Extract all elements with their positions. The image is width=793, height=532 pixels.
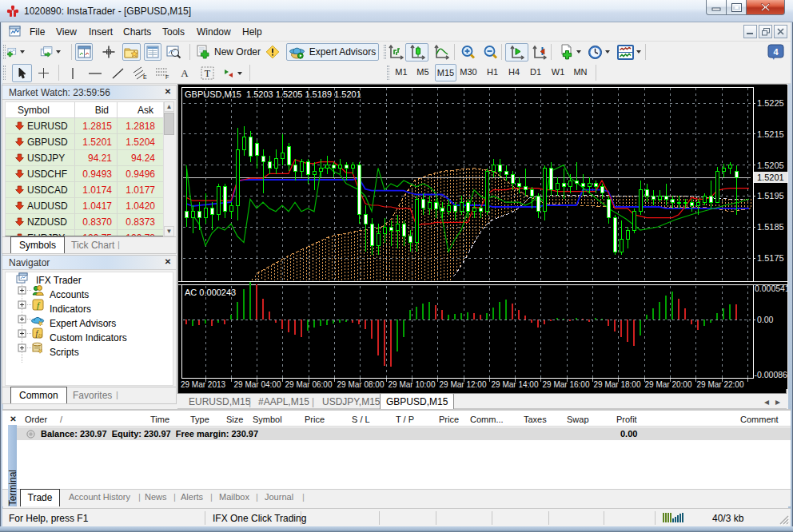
svg-text:1.5201: 1.5201 [757,173,784,182]
svg-text:29 Mar 2013: 29 Mar 2013 [181,380,226,389]
svg-text:29 Mar 06:00: 29 Mar 06:00 [285,380,333,389]
svg-text:29 Mar 04:00: 29 Mar 04:00 [234,380,281,389]
svg-text:29 Mar 08:00: 29 Mar 08:00 [337,380,385,389]
svg-text:29 Mar 16:00: 29 Mar 16:00 [543,380,590,389]
svg-text:1.5225: 1.5225 [757,98,784,108]
svg-text:E: E [143,74,147,80]
svg-text:29 Mar 22:00: 29 Mar 22:00 [697,380,744,389]
svg-text:29 Mar 18:00: 29 Mar 18:00 [594,380,641,389]
svg-text:GBPUSD,M15 1.5203 1.5205 1.51: GBPUSD,M15 1.5203 1.5205 1.5189 1.5201 [185,89,361,99]
svg-text:29 Mar 20:00: 29 Mar 20:00 [645,380,692,389]
svg-text:29 Mar 10:00: 29 Mar 10:00 [389,380,436,389]
svg-text:F: F [165,74,169,80]
svg-text:1.5175: 1.5175 [757,253,784,263]
svg-text:1.5215: 1.5215 [757,129,784,139]
svg-text:29 Mar 12:00: 29 Mar 12:00 [440,380,487,389]
svg-text:-0.00086: -0.00086 [755,370,788,379]
svg-text:0.000541: 0.000541 [755,284,787,293]
svg-text:T: T [204,68,210,79]
svg-text:1.5195: 1.5195 [757,191,784,200]
svg-text:1.5185: 1.5185 [757,222,784,232]
svg-text:AC 0.000243: AC 0.000243 [185,288,236,297]
svg-text:0.00: 0.00 [757,315,774,324]
svg-text:1.5205: 1.5205 [757,161,784,170]
svg-text:29 Mar 14:00: 29 Mar 14:00 [492,380,539,389]
svg-text:4: 4 [773,47,779,57]
